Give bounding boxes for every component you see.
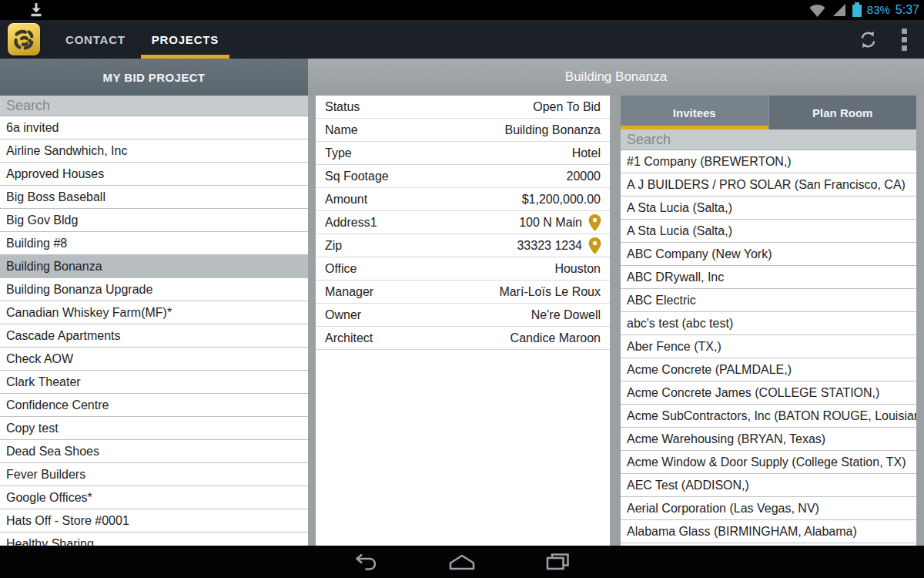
- tab-projects[interactable]: PROJECTS: [139, 20, 232, 59]
- project-detail-card: StatusOpen To BidNameBuilding BonanzaTyp…: [316, 96, 610, 546]
- invitee-search-input[interactable]: [621, 129, 916, 150]
- clock: 5:37: [896, 0, 919, 20]
- detail-row: ManagerMarí-Loïs Le Roux: [316, 281, 610, 304]
- detail-value: 100 N Main: [377, 216, 582, 230]
- detail-row: OwnerNe're Dowell: [316, 304, 610, 327]
- detail-value: Ne're Dowell: [361, 308, 601, 322]
- project-list-item[interactable]: Approved Houses: [0, 163, 308, 186]
- project-list-item[interactable]: Copy test: [0, 417, 308, 440]
- project-list-item[interactable]: Hats Off - Store #0001: [0, 509, 308, 533]
- action-bar: CONTACT PROJECTS: [0, 20, 924, 59]
- invitee-list-item[interactable]: ABC DRywall, Inc: [621, 266, 916, 289]
- wifi-icon: [808, 3, 826, 18]
- invitee-list-item[interactable]: A J BUILDERS / PRO SOLAR (San Francisco,…: [621, 173, 916, 197]
- recents-icon: [544, 552, 571, 572]
- project-list-item[interactable]: Clark Theater: [0, 371, 308, 394]
- projects-panel-header: MY BID PROJECT: [0, 59, 308, 96]
- invitee-list-item[interactable]: Aerial Corporation (Las Vegas, NV): [621, 497, 916, 520]
- detail-label: Owner: [325, 308, 361, 322]
- detail-value: Open To Bid: [360, 100, 601, 114]
- project-list-item[interactable]: Confidence Centre: [0, 394, 308, 417]
- detail-label: Name: [325, 123, 358, 137]
- recent-apps-button[interactable]: [543, 550, 572, 573]
- back-button[interactable]: [352, 550, 381, 573]
- map-pin-icon[interactable]: [588, 237, 602, 255]
- detail-row: OfficeHouston: [316, 257, 610, 281]
- invitee-list-item[interactable]: Aber Fence (TX,): [621, 335, 916, 358]
- detail-label: Amount: [325, 193, 367, 207]
- app-screen: 83% 5:37 CONTACT PROJECTS: [0, 0, 924, 578]
- detail-list: StatusOpen To BidNameBuilding BonanzaTyp…: [316, 96, 610, 350]
- detail-value: Marí-Loïs Le Roux: [373, 285, 601, 299]
- detail-row: NameBuilding Bonanza: [316, 119, 610, 142]
- detail-label: Type: [325, 146, 352, 160]
- invitee-list-item[interactable]: Acme Warehousing (BRYAN, Texas): [621, 428, 916, 451]
- project-list-item[interactable]: Google Offices*: [0, 486, 308, 509]
- project-search-input[interactable]: [0, 96, 308, 116]
- detail-value: Hotel: [352, 146, 601, 160]
- invitees-panel: Invitees Plan Room #1 Company (BREWERTON…: [621, 96, 916, 546]
- project-list: 6a invitedAirline Sandwhich, IncApproved…: [0, 116, 308, 546]
- project-list-item[interactable]: Dead Sea Shoes: [0, 440, 308, 463]
- system-nav-bar: [0, 546, 924, 578]
- invitee-list-item[interactable]: A Sta Lucia (Salta,): [621, 220, 916, 243]
- home-icon: [447, 553, 477, 571]
- app-logo-icon[interactable]: [8, 23, 40, 55]
- invitee-list-item[interactable]: ABC Electric: [621, 289, 916, 312]
- project-list-item[interactable]: 6a invited: [0, 116, 308, 139]
- project-title: Building Bonanza: [308, 59, 924, 96]
- project-list-item[interactable]: Big Gov Bldg: [0, 209, 308, 232]
- project-list-item[interactable]: Healthy Sharing: [0, 533, 308, 546]
- invitee-list-item[interactable]: Alabama Glass (BIRMINGHAM, Alabama): [621, 520, 916, 543]
- invitees-tabbar: Invitees Plan Room: [621, 96, 916, 129]
- invitee-list-item[interactable]: abc's test (abc test): [621, 312, 916, 335]
- tab-contact[interactable]: CONTACT: [52, 20, 139, 59]
- status-bar: 83% 5:37: [0, 0, 924, 20]
- detail-value: 33323 1234: [342, 239, 582, 253]
- detail-region: Building Bonanza StatusOpen To BidNameBu…: [308, 59, 924, 546]
- detail-label: Sq Footage: [325, 170, 389, 183]
- invitee-list-item[interactable]: AEC Test (ADDISON,): [621, 474, 916, 497]
- invitee-list-item[interactable]: #1 Company (BREWERTON,): [621, 150, 916, 173]
- detail-value: Houston: [357, 262, 601, 276]
- project-list-item[interactable]: Check AOW: [0, 348, 308, 371]
- invitee-list-item[interactable]: Acme Window & Door Supply (College Stati…: [621, 451, 916, 474]
- back-icon: [353, 552, 380, 572]
- invitee-list-item[interactable]: Acme Concrete (PALMDALE,): [621, 358, 916, 381]
- detail-label: Zip: [325, 239, 342, 253]
- project-list-item[interactable]: Fever Builders: [0, 463, 308, 486]
- detail-row: TypeHotel: [316, 142, 610, 165]
- project-list-item[interactable]: Building Bonanza: [0, 255, 308, 278]
- download-icon: [28, 2, 45, 18]
- project-list-item[interactable]: Airline Sandwhich, Inc: [0, 139, 308, 163]
- invitee-search-bar: [621, 129, 916, 150]
- detail-value: Candice Maroon: [373, 331, 601, 345]
- invitee-list-item[interactable]: Acme SubContractors, Inc (BATON ROUGE, L…: [621, 405, 916, 428]
- project-list-item[interactable]: Big Boss Baseball: [0, 186, 308, 209]
- detail-row: ArchitectCandice Maroon: [316, 327, 610, 350]
- detail-value: Building Bonanza: [358, 123, 601, 137]
- tab-plan-room[interactable]: Plan Room: [768, 96, 917, 129]
- battery-icon: [852, 5, 862, 17]
- detail-row: Address1100 N Main: [316, 211, 610, 234]
- project-list-item[interactable]: Cascade Apartments: [0, 324, 308, 348]
- battery-percent: 83%: [867, 0, 890, 20]
- project-list-item[interactable]: Canadian Whiskey Farm(MF)*: [0, 301, 308, 324]
- detail-label: Status: [325, 100, 360, 114]
- invitee-list-item[interactable]: A Sta Lucia (Salta,): [621, 197, 916, 220]
- map-pin-icon[interactable]: [588, 213, 602, 232]
- signal-icon: [832, 3, 847, 17]
- overflow-menu-icon[interactable]: [900, 25, 909, 54]
- tab-invitees[interactable]: Invitees: [621, 96, 768, 129]
- home-button[interactable]: [447, 550, 477, 573]
- project-list-item[interactable]: Building Bonanza Upgrade: [0, 278, 308, 301]
- detail-label: Office: [325, 262, 357, 276]
- project-search-bar: [0, 96, 308, 116]
- invitee-list-item[interactable]: Acme Concrete James (COLLEGE STATION,): [621, 381, 916, 405]
- detail-row: StatusOpen To Bid: [316, 96, 610, 119]
- refresh-icon[interactable]: [858, 29, 879, 50]
- invitee-list-item[interactable]: ABC Company (New York): [621, 243, 916, 266]
- project-list-item[interactable]: Building #8: [0, 232, 308, 255]
- detail-row: Amount$1,200,000.00: [316, 188, 610, 211]
- detail-label: Address1: [325, 216, 377, 230]
